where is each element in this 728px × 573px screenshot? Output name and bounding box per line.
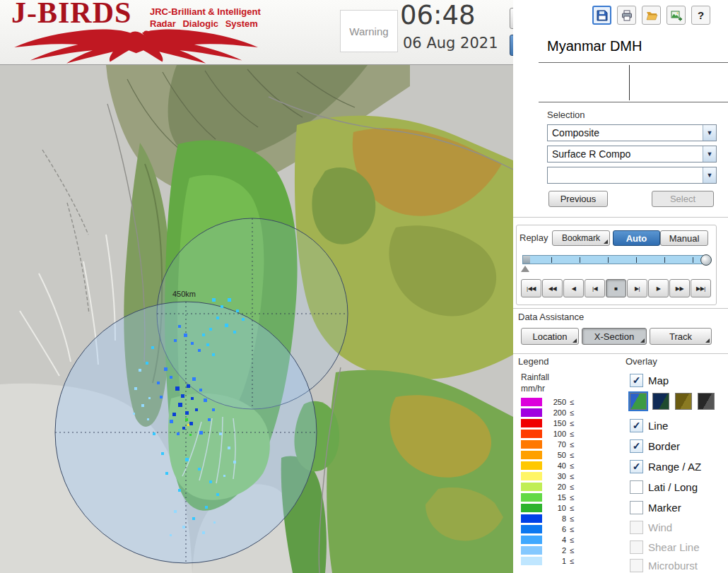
map-style-swatch-3[interactable] [675, 393, 692, 410]
legend-color-swatch [521, 493, 542, 502]
export-image-button[interactable] [667, 6, 686, 25]
timeline-position-marker [521, 266, 529, 272]
legend-color-swatch [521, 451, 542, 459]
x-section-button[interactable]: X-Section [582, 328, 647, 345]
timeline-tick [608, 257, 609, 263]
track-button[interactable]: Track [650, 328, 712, 345]
legend-suffix: ≤ [570, 493, 574, 502]
auto-button[interactable]: Auto [613, 230, 660, 246]
previous-button[interactable]: Previous [548, 191, 608, 207]
line-checkbox[interactable]: ✓ [630, 419, 643, 432]
legend-suffix: ≤ [570, 546, 574, 555]
chevron-down-icon: ▼ [703, 125, 716, 141]
legend-suffix: ≤ [570, 504, 574, 512]
legend-suffix: ≤ [570, 461, 574, 470]
legend-value: 4 [548, 536, 566, 544]
overlay-item-label: Range / AZ [648, 461, 701, 473]
step-back-button[interactable]: |◀ [585, 279, 605, 297]
overlay-item-label: Shear Line [648, 541, 700, 553]
map-style-swatch-2[interactable] [652, 393, 669, 410]
skip-end-button[interactable]: ▶▶| [691, 279, 711, 297]
help-button[interactable]: ? [691, 6, 710, 25]
chevron-down-icon: ▼ [703, 167, 716, 183]
legend-scale: 250≤ 200≤ 150≤ 100≤ 70≤ 50≤ 40≤ 30≤ 20≤ … [521, 396, 574, 566]
control-panel: ? Myanmar DMH Selection Composite ▼ Surf… [513, 0, 728, 573]
legend-suffix: ≤ [570, 451, 574, 459]
legend-suffix: ≤ [570, 398, 574, 406]
legend-row: 1≤ [521, 555, 574, 566]
legend-color-swatch [521, 461, 542, 470]
legend-color-swatch [521, 546, 542, 555]
timeline-slider[interactable] [522, 255, 709, 264]
legend-row: 70≤ [521, 439, 574, 449]
legend-suffix: ≤ [570, 408, 574, 417]
map-style-swatch-4[interactable] [698, 393, 715, 410]
legend-value: 6 [548, 525, 566, 533]
timeline-cap [523, 256, 530, 264]
legend-value: 50 [548, 451, 566, 459]
lati-long-checkbox[interactable] [630, 480, 643, 494]
warning-box[interactable]: Warning [340, 10, 398, 52]
select-button[interactable]: Select [652, 191, 714, 207]
play-button[interactable]: ▶ [648, 279, 669, 297]
overlay-item-shear-line: Shear Line [630, 540, 700, 554]
jbirds-window: J-BIRDS JRC-Brilliant & Intelligent Rada… [0, 0, 728, 573]
radar-map-canvas: 450km [0, 65, 513, 573]
legend-row: 8≤ [521, 513, 574, 524]
option-select[interactable]: ▼ [547, 167, 717, 184]
clock-date: 06 Aug 2021 [403, 35, 498, 52]
print-button[interactable] [617, 6, 636, 25]
export-image-icon [670, 9, 683, 22]
step-forward-button[interactable]: ▶| [627, 279, 647, 297]
print-icon [621, 9, 633, 22]
timeline-tick [551, 257, 552, 263]
bookmark-button[interactable]: Bookmark [552, 230, 610, 246]
legend-value: 70 [548, 440, 566, 449]
legend-row: 20≤ [521, 481, 574, 492]
fast-forward-button[interactable]: ▶▶ [669, 279, 690, 297]
location-button[interactable]: Location [521, 328, 579, 345]
legend-color-swatch [521, 536, 542, 544]
timeline-tick [693, 257, 693, 263]
timeline-tick [636, 257, 637, 263]
legend-value: 15 [548, 493, 566, 502]
divider [513, 308, 728, 309]
map-style-swatch-1[interactable] [630, 393, 647, 410]
legend-unit-2: mm/hr [521, 384, 545, 394]
product-select[interactable]: Surface R Compo ▼ [547, 146, 717, 163]
save-button[interactable] [592, 6, 611, 25]
radar-map[interactable]: 450km [0, 65, 513, 573]
legend-row: 2≤ [521, 545, 574, 555]
map-checkbox[interactable]: ✓ [630, 374, 643, 387]
help-icon: ? [698, 9, 704, 21]
clock-time: 06:48 [400, 0, 476, 30]
warning-label: Warning [349, 25, 388, 37]
composite-select[interactable]: Composite ▼ [547, 124, 717, 141]
legend-row: 10≤ [521, 502, 574, 513]
timeline-thumb[interactable] [700, 254, 712, 266]
app-logo: J-BIRDS [11, 0, 131, 30]
skip-start-button[interactable]: |◀◀ [521, 279, 541, 297]
legend-color-swatch [521, 398, 542, 406]
combo-value: Surface R Compo [548, 148, 703, 160]
overlay-item-microburst: Microburst [630, 558, 698, 572]
station-info-box[interactable] [539, 63, 728, 102]
legend-suffix: ≤ [570, 419, 574, 427]
border-checkbox[interactable]: ✓ [630, 439, 643, 453]
manual-button[interactable]: Manual [660, 230, 708, 246]
legend-color-swatch [521, 504, 542, 512]
overlay-item-border: ✓ Border [630, 439, 680, 453]
legend-suffix: ≤ [570, 536, 574, 544]
open-folder-button[interactable] [642, 6, 661, 25]
legend-suffix: ≤ [570, 472, 574, 480]
stop-button[interactable]: ■ [606, 279, 626, 297]
marker-checkbox[interactable] [630, 501, 643, 514]
play-reverse-button[interactable]: ◀ [563, 279, 584, 297]
range-az-checkbox[interactable]: ✓ [630, 460, 643, 473]
overlay-item-line: ✓ Line [630, 418, 668, 432]
chevron-down-icon: ▼ [703, 146, 716, 162]
overlay-item-label: Map [648, 374, 669, 386]
fast-rewind-button[interactable]: ◀◀ [542, 279, 563, 297]
replay-heading: Replay [519, 232, 548, 243]
legend-heading: Legend [518, 356, 548, 367]
